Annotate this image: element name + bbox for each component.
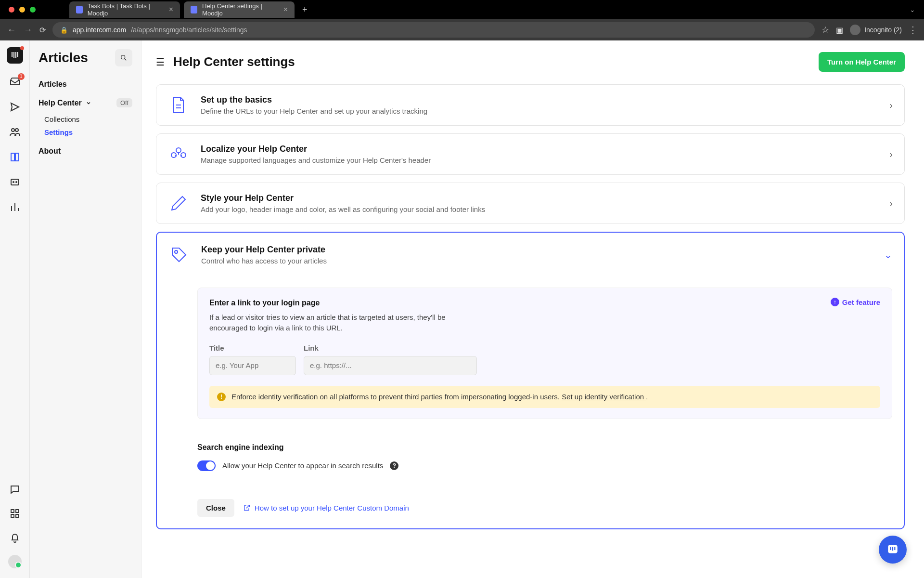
indexing-section: Search engine indexing Allow your Help C… — [197, 443, 892, 471]
app-root: 1 — [0, 40, 924, 578]
svg-point-5 — [15, 129, 18, 131]
rail-apps[interactable] — [8, 507, 22, 520]
window-max-dot[interactable] — [30, 7, 36, 13]
panel-desc: If a lead or visitor tries to view an ar… — [209, 312, 460, 333]
svg-rect-9 — [11, 510, 14, 512]
panel-icon[interactable]: ▣ — [836, 26, 843, 35]
rail-reports[interactable] — [8, 200, 22, 214]
sidebar-item-collections[interactable]: Collections — [44, 115, 132, 123]
card-desc: Define the URLs to your Help Center and … — [201, 107, 878, 115]
link-input[interactable] — [304, 356, 477, 375]
close-icon[interactable]: × — [169, 5, 173, 14]
svg-rect-21 — [894, 547, 895, 551]
settings-card-basics[interactable]: Set up the basics Define the URLs to you… — [156, 84, 905, 126]
rail-inbox[interactable]: 1 — [8, 75, 22, 89]
status-off-badge: Off — [116, 98, 132, 107]
send-icon — [9, 101, 21, 113]
custom-domain-help-link[interactable]: How to set up your Help Center Custom Do… — [243, 504, 409, 512]
browser-menu-icon[interactable]: ⋮ — [909, 25, 917, 35]
lock-icon: 🔒 — [60, 26, 68, 34]
star-icon[interactable]: ☆ — [821, 25, 829, 35]
sidebar-title: Articles — [38, 50, 88, 66]
settings-card-style[interactable]: Style your Help Center Add your logo, he… — [156, 183, 905, 224]
rail-avatar[interactable] — [8, 555, 22, 568]
window-close-dot[interactable] — [9, 7, 14, 13]
rail-notifications[interactable] — [8, 531, 22, 544]
turn-on-help-center-button[interactable]: Turn on Help Center — [819, 52, 905, 72]
help-icon[interactable]: ? — [390, 461, 398, 470]
sidebar-item-settings[interactable]: Settings — [44, 128, 132, 136]
rail-contacts[interactable] — [8, 125, 22, 139]
card-title: Style your Help Center — [201, 193, 878, 203]
alert-period: . — [646, 393, 648, 401]
browser-url-bar: ← → ⟳ 🔒 app.intercom.com /a/apps/nnsgmgo… — [0, 19, 924, 40]
svg-rect-3 — [17, 52, 18, 57]
document-icon — [168, 94, 189, 116]
svg-point-15 — [171, 153, 176, 158]
settings-card-localize[interactable]: Localize your Help Center Manage support… — [156, 133, 905, 175]
sidebar-item-help-center[interactable]: Help Center Off — [38, 98, 132, 107]
favicon-icon — [191, 6, 197, 13]
message-icon — [9, 484, 21, 495]
indexing-toggle[interactable] — [197, 460, 216, 471]
chevron-down-icon — [86, 100, 91, 106]
page-title: Help Center settings — [173, 54, 810, 69]
card-footer: Close How to set up your Help Center Cus… — [197, 499, 892, 517]
reload-icon[interactable]: ⟳ — [39, 26, 46, 35]
intercom-logo-icon — [10, 51, 20, 60]
bell-icon — [9, 532, 21, 543]
new-tab-button[interactable]: + — [302, 5, 308, 15]
inbox-badge: 1 — [18, 73, 25, 80]
alert-link[interactable]: Set up identity verification — [562, 393, 646, 401]
svg-point-14 — [176, 148, 181, 153]
card-desc: Add your logo, header image and color, a… — [201, 205, 878, 213]
nav-back-icon[interactable]: ← — [7, 25, 16, 35]
url-host: app.intercom.com — [73, 26, 126, 34]
browser-tab-1[interactable]: Task Bots | Task Bots | Moodjo × — [69, 1, 180, 18]
rail-articles[interactable] — [8, 150, 22, 164]
rail-messages[interactable] — [8, 483, 22, 496]
tab-title: Help Center settings | Moodjo — [202, 2, 275, 17]
rail-operator[interactable] — [8, 175, 22, 189]
close-icon[interactable]: × — [283, 5, 288, 14]
get-feature-link[interactable]: ↑ Get feature — [831, 298, 880, 306]
card-title: Set up the basics — [201, 95, 878, 105]
sidebar-item-articles[interactable]: Articles — [38, 80, 132, 89]
identity-verification-alert: ! Enforce identity verification on all p… — [209, 386, 880, 408]
browser-tab-2[interactable]: Help Center settings | Moodjo × — [184, 1, 295, 18]
chevron-right-icon: › — [889, 198, 893, 209]
svg-point-16 — [181, 153, 186, 158]
svg-rect-12 — [16, 514, 19, 517]
svg-point-17 — [175, 250, 178, 253]
svg-rect-6 — [11, 179, 19, 185]
indexing-title: Search engine indexing — [197, 443, 892, 452]
sidebar-item-label: Help Center — [38, 99, 82, 107]
hamburger-icon[interactable]: ☰ — [156, 56, 165, 68]
title-input[interactable] — [209, 356, 296, 375]
address-field[interactable]: 🔒 app.intercom.com /a/apps/nnsgmgob/arti… — [52, 22, 815, 38]
messenger-launcher[interactable] — [879, 536, 907, 564]
rail-outbound[interactable] — [8, 100, 22, 114]
book-icon — [9, 151, 21, 163]
indexing-toggle-label: Allow your Help Center to appear in sear… — [222, 461, 383, 470]
tabs-dropdown-icon[interactable]: ⌄ — [910, 6, 915, 13]
close-button[interactable]: Close — [197, 499, 234, 517]
login-link-form: Title Link — [209, 344, 880, 375]
indexing-toggle-row: Allow your Help Center to appear in sear… — [197, 460, 892, 471]
bot-icon — [9, 176, 21, 188]
sidebar-item-about[interactable]: About — [38, 147, 132, 156]
alert-text: Enforce identity verification on all pla… — [231, 393, 648, 401]
warning-icon: ! — [217, 393, 226, 401]
svg-rect-1 — [13, 52, 14, 58]
favicon-icon — [76, 6, 83, 13]
card-title: Localize your Help Center — [201, 144, 878, 154]
window-titlebar: Task Bots | Task Bots | Moodjo × Help Ce… — [0, 0, 924, 19]
app-logo[interactable] — [7, 47, 23, 64]
incognito-indicator[interactable]: Incognito (2) — [850, 25, 902, 35]
incognito-label: Incognito (2) — [864, 26, 902, 34]
sidebar-search-button[interactable] — [115, 49, 132, 66]
svg-point-4 — [12, 129, 14, 131]
url-path: /a/apps/nnsgmgob/articles/site/settings — [131, 26, 247, 34]
card-header[interactable]: Keep your Help Center private Control wh… — [168, 244, 892, 265]
window-min-dot[interactable] — [19, 7, 25, 13]
